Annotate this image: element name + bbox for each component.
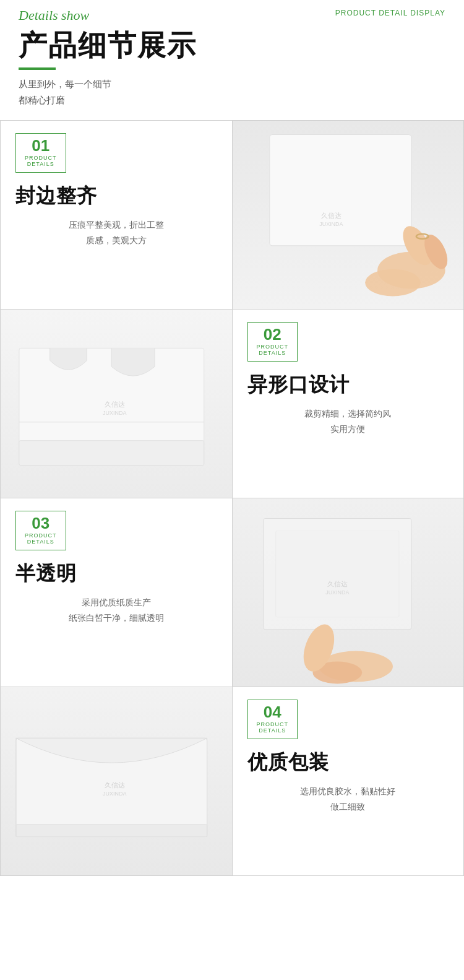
feature-desc-02: 裁剪精细，选择简约风实用方便 [247, 406, 449, 437]
product-detail-display-label: PRODUCT DETAIL DISPLAY [335, 7, 445, 19]
feature-desc-01: 压痕平整美观，折出工整质感，美观大方 [15, 217, 217, 248]
feature-title-03: 半透明 [15, 560, 77, 588]
feature-desc-04: 选用优良胶水，黏贴性好做工细致 [247, 784, 449, 815]
feature-title-02: 异形口设计 [247, 371, 350, 399]
scene-1-image: 久信达 JUXINDA [233, 121, 464, 309]
cell-01-image: 久信达 JUXINDA [233, 121, 465, 310]
cell-01-content: 01 PRODUCT DETAILS 封边整齐 压痕平整美观，折出工整质感，美观… [1, 121, 232, 306]
cell-04-text: 04 PRODUCT DETAILS 优质包装 选用优良胶水，黏贴性好做工细致 [233, 687, 465, 876]
svg-text:久信达: 久信达 [105, 781, 125, 789]
title-underline [19, 67, 56, 70]
title-section: 产品细节展示 从里到外，每一个细节 都精心打磨 [0, 28, 464, 114]
svg-text:JUXINDA: JUXINDA [103, 410, 126, 416]
badge-02: 02 PRODUCT DETAILS [247, 322, 298, 362]
svg-text:JUXINDA: JUXINDA [319, 221, 343, 227]
page-header: Details show PRODUCT DETAIL DISPLAY [0, 0, 464, 28]
badge-01: 01 PRODUCT DETAILS [15, 133, 66, 173]
cell-04-image: 久信达 JUXINDA [1, 687, 233, 876]
cell-02-content: 02 PRODUCT DETAILS 异形口设计 裁剪精细，选择简约风实用方便 [233, 310, 464, 495]
product-details-grid: 01 PRODUCT DETAILS 封边整齐 压痕平整美观，折出工整质感，美观… [0, 120, 464, 876]
feature-title-01: 封边整齐 [15, 183, 97, 210]
svg-rect-10 [19, 441, 204, 466]
cell-01-text: 01 PRODUCT DETAILS 封边整齐 压痕平整美观，折出工整质感，美观… [1, 121, 233, 310]
feature-title-04: 优质包装 [247, 749, 329, 776]
svg-rect-21 [16, 825, 207, 837]
details-show-label: Details show [19, 7, 89, 24]
cell-03-text: 03 PRODUCT DETAILS 半透明 采用优质纸质生产纸张白皙干净，细腻… [1, 498, 233, 687]
svg-text:JUXINDA: JUXINDA [103, 791, 126, 797]
badge-03: 03 PRODUCT DETAILS [15, 511, 66, 550]
main-title: 产品细节展示 [19, 28, 445, 63]
cell-02-text: 02 PRODUCT DETAILS 异形口设计 裁剪精细，选择简约风实用方便 [233, 310, 465, 498]
svg-text:久信达: 久信达 [327, 580, 347, 588]
cell-03-content: 03 PRODUCT DETAILS 半透明 采用优质纸质生产纸张白皙干净，细腻… [1, 498, 232, 684]
svg-rect-0 [269, 135, 411, 246]
cell-02-image: 久信达 JUXINDA [1, 310, 233, 498]
cell-04-content: 04 PRODUCT DETAILS 优质包装 选用优良胶水，黏贴性好做工细致 [233, 687, 464, 873]
scene-2-image: 久信达 JUXINDA [1, 310, 232, 498]
svg-point-2 [365, 269, 421, 297]
svg-rect-14 [275, 531, 398, 617]
svg-text:久信达: 久信达 [320, 212, 341, 219]
svg-text:JUXINDA: JUXINDA [325, 589, 349, 596]
cell-03-image: 久信达 JUXINDA [233, 498, 465, 687]
svg-text:久信达: 久信达 [105, 401, 125, 408]
scene-4-image: 久信达 JUXINDA [1, 687, 232, 875]
scene-3-image: 久信达 JUXINDA [233, 498, 464, 687]
subtitle-text: 从里到外，每一个细节 都精心打磨 [19, 76, 445, 108]
feature-desc-03: 采用优质纸质生产纸张白皙干净，细腻透明 [15, 595, 217, 626]
badge-04: 04 PRODUCT DETAILS [247, 700, 298, 739]
